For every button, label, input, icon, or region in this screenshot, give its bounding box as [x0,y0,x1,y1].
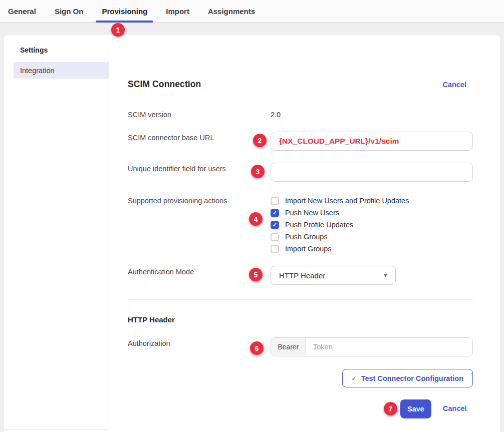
check-icon: ✓ [352,375,357,382]
active-tab-underline [96,21,153,23]
checkbox-push-profile-updates[interactable]: ✓ [271,221,279,229]
checkbox-import-new-users[interactable]: ✓ [271,197,279,205]
annotation-badge-1: 1 [111,23,125,37]
tab-assignments[interactable]: Assignments [208,0,255,23]
annotation-badge-5: 5 [249,268,263,281]
tab-provisioning-label: Provisioning [102,7,147,16]
sidebar-item-integration-label: Integration [20,67,55,75]
tab-general-label: General [8,7,36,16]
section-divider [128,299,473,300]
option-import-new-users-label: Import New Users and Profile Updates [285,197,409,205]
content-card: Settings Integration SCIM Connection Can… [4,35,500,432]
base-url-row: SCIM connector base URL [128,132,473,151]
tab-sign-on-label: Sign On [55,7,84,16]
annotation-badge-3: 3 [251,165,265,178]
option-push-new-users[interactable]: ✓ Push New Users [271,207,409,219]
authorization-input-group: Bearer [271,337,473,356]
header-cancel-link[interactable]: Cancel [442,81,466,89]
scim-version-row: SCIM version 2.0 [128,109,473,120]
footer-cancel-link[interactable]: Cancel [443,404,467,412]
option-push-profile-updates-label: Push Profile Updates [285,221,353,229]
page-title: SCIM Connection [128,79,201,90]
auth-mode-selected-value: HTTP Header [279,271,325,280]
app-tab-bar: General Sign On Provisioning Import Assi… [0,0,504,23]
settings-sidebar: Settings Integration [4,35,109,429]
option-push-groups[interactable]: ✓ Push Groups [271,231,409,243]
unique-id-label: Unique identifier field for users [128,163,271,182]
tab-general[interactable]: General [8,0,36,23]
annotation-badge-2: 2 [253,134,267,147]
option-import-groups[interactable]: ✓ Import Groups [271,243,409,255]
checkbox-import-groups[interactable]: ✓ [271,245,279,253]
annotation-badge-4: 4 [249,212,263,226]
authorization-row: Authorization Bearer [128,337,473,356]
provisioning-actions-options: ✓ Import New Users and Profile Updates ✓… [271,195,409,255]
authorization-label: Authorization [128,337,271,356]
save-button[interactable]: Save [400,399,431,418]
tab-import-label: Import [166,7,189,16]
scim-version-label: SCIM version [128,109,271,120]
checkmark-icon: ✓ [272,222,277,228]
test-connector-button[interactable]: ✓ Test Connector Configuration [342,369,473,387]
option-push-new-users-label: Push New Users [285,209,339,217]
option-push-groups-label: Push Groups [285,233,328,241]
provisioning-actions-row: Supported provisioning actions ✓ Import … [128,195,473,255]
http-header-section-title: HTTP Header [128,315,175,324]
unique-id-row: Unique identifier field for users [128,163,473,182]
checkbox-push-groups[interactable]: ✓ [271,233,279,241]
scim-connection-form: SCIM Connection Cancel SCIM version 2.0 … [109,35,500,432]
sidebar-item-integration[interactable]: Integration [14,62,109,79]
test-connector-button-label: Test Connector Configuration [361,374,463,382]
annotation-badge-6: 6 [250,341,264,355]
base-url-input[interactable] [271,132,473,151]
checkmark-icon: ✓ [272,210,277,216]
form-title-row: SCIM Connection Cancel [128,79,473,90]
bearer-prefix: Bearer [271,338,306,356]
tab-provisioning[interactable]: Provisioning [102,0,147,23]
provisioning-actions-label: Supported provisioning actions [128,195,271,255]
unique-id-input[interactable] [271,163,473,182]
checkbox-push-new-users[interactable]: ✓ [271,209,279,217]
token-input[interactable] [306,338,472,356]
tab-import[interactable]: Import [166,0,189,23]
scim-version-value: 2.0 [271,109,281,120]
annotation-badge-7: 7 [384,402,397,415]
chevron-down-icon: ▼ [383,272,388,278]
option-import-new-users[interactable]: ✓ Import New Users and Profile Updates [271,195,409,207]
auth-mode-row: Authentication Mode HTTP Header ▼ [128,266,473,285]
base-url-label: SCIM connector base URL [128,132,271,151]
option-push-profile-updates[interactable]: ✓ Push Profile Updates [271,219,409,231]
tab-assignments-label: Assignments [208,7,255,16]
sidebar-header: Settings [4,46,109,54]
authentication-mode-select[interactable]: HTTP Header ▼ [271,266,396,285]
option-import-groups-label: Import Groups [285,245,332,253]
tab-sign-on[interactable]: Sign On [55,0,84,23]
